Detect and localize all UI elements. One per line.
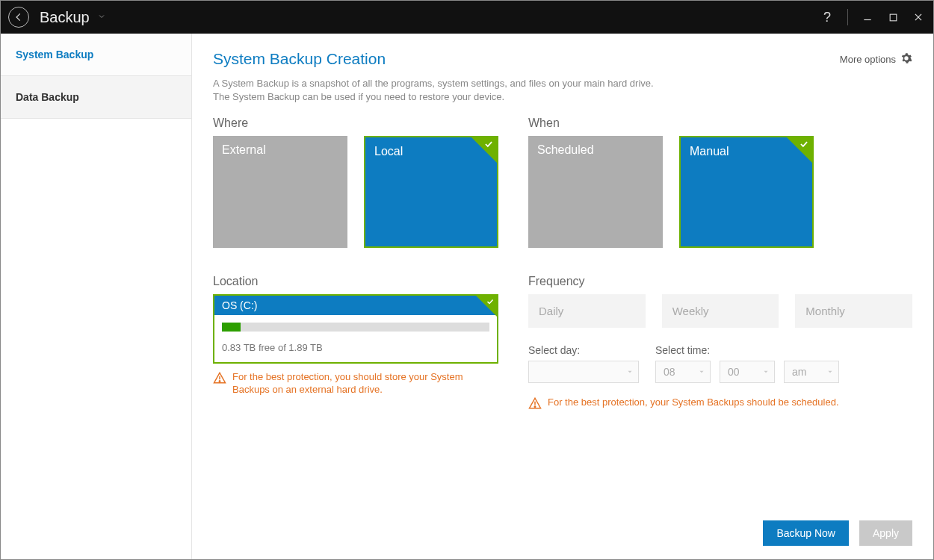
disk-usage-fill bbox=[222, 323, 241, 332]
frequency-option-weekly[interactable]: Weekly bbox=[662, 294, 779, 328]
location-drive-name: OS (C:) bbox=[222, 299, 257, 311]
tile-label: External bbox=[222, 143, 266, 156]
select-day-label: Select day: bbox=[528, 344, 639, 356]
sidebar: System Backup Data Backup bbox=[1, 34, 192, 559]
check-icon bbox=[799, 139, 809, 152]
location-label: Location bbox=[213, 275, 498, 288]
divider bbox=[847, 9, 848, 25]
where-option-local[interactable]: Local bbox=[364, 136, 498, 248]
select-ampm-dropdown[interactable]: am bbox=[784, 361, 839, 383]
app-title: Backup bbox=[40, 9, 90, 26]
sidebar-item-system-backup[interactable]: System Backup bbox=[1, 34, 191, 76]
when-label: When bbox=[528, 116, 814, 130]
location-card[interactable]: OS (C:) 0.83 TB free of 1.89 TB bbox=[213, 294, 498, 364]
frequency-option-monthly[interactable]: Monthly bbox=[795, 294, 912, 328]
select-ampm-value: am bbox=[792, 366, 806, 378]
back-button[interactable] bbox=[8, 7, 29, 28]
chevron-down-icon bbox=[826, 366, 834, 378]
where-option-external[interactable]: External bbox=[213, 136, 347, 248]
gear-icon bbox=[900, 52, 912, 66]
where-label: Where bbox=[213, 116, 498, 130]
check-icon bbox=[483, 139, 494, 152]
description: A System Backup is a snapshot of all the… bbox=[213, 77, 912, 103]
svg-point-5 bbox=[219, 381, 220, 382]
svg-rect-1 bbox=[890, 14, 897, 21]
warning-icon bbox=[528, 396, 542, 412]
frequency-label: Frequency bbox=[528, 275, 912, 288]
page-title: System Backup Creation bbox=[213, 50, 386, 68]
sidebar-item-label: System Backup bbox=[16, 49, 93, 60]
select-minute-dropdown[interactable]: 00 bbox=[720, 361, 775, 383]
when-option-manual[interactable]: Manual bbox=[679, 136, 814, 248]
window-controls: ? bbox=[816, 7, 929, 28]
disk-usage-bar bbox=[222, 323, 489, 332]
tile-label: Scheduled bbox=[537, 143, 594, 156]
chevron-down-icon bbox=[626, 366, 634, 378]
description-line: A System Backup is a snapshot of all the… bbox=[213, 77, 912, 90]
select-time-label: Select time: bbox=[655, 344, 839, 356]
location-drive-header: OS (C:) bbox=[214, 296, 497, 315]
select-hour-dropdown[interactable]: 08 bbox=[655, 361, 711, 383]
main-panel: System Backup Creation More options A Sy… bbox=[192, 34, 933, 559]
schedule-warning: For the best protection, your System Bac… bbox=[528, 396, 912, 412]
footer: Backup Now Apply bbox=[213, 510, 912, 546]
location-warning: For the best protection, you should stor… bbox=[213, 371, 498, 396]
freq-label: Monthly bbox=[805, 305, 845, 317]
more-options-button[interactable]: More options bbox=[840, 52, 912, 66]
warning-text: For the best protection, your System Bac… bbox=[548, 396, 839, 409]
minimize-button[interactable] bbox=[857, 7, 878, 28]
help-button[interactable]: ? bbox=[816, 7, 838, 28]
select-day-dropdown[interactable] bbox=[528, 361, 639, 383]
freq-label: Weekly bbox=[672, 305, 709, 317]
disk-free-text: 0.83 TB free of 1.89 TB bbox=[222, 342, 489, 353]
close-button[interactable] bbox=[908, 7, 929, 28]
description-line: The System Backup can be used if you nee… bbox=[213, 90, 912, 104]
select-hour-value: 08 bbox=[664, 366, 675, 378]
more-options-label: More options bbox=[840, 54, 896, 65]
warning-text: For the best protection, you should stor… bbox=[232, 371, 498, 396]
when-group: When Scheduled Manual bbox=[528, 116, 814, 248]
svg-point-7 bbox=[534, 406, 536, 408]
tile-label: Manual bbox=[690, 145, 729, 158]
button-label: Backup Now bbox=[776, 527, 835, 539]
maximize-button[interactable] bbox=[882, 7, 903, 28]
chevron-down-icon bbox=[698, 366, 705, 378]
check-icon bbox=[486, 296, 495, 308]
sidebar-item-data-backup[interactable]: Data Backup bbox=[1, 76, 191, 119]
sidebar-item-label: Data Backup bbox=[16, 91, 79, 103]
select-minute-value: 00 bbox=[728, 366, 740, 378]
button-label: Apply bbox=[873, 527, 899, 539]
where-group: Where External Local bbox=[213, 116, 498, 248]
tile-label: Local bbox=[374, 145, 403, 158]
titlebar: Backup ? bbox=[1, 1, 933, 34]
backup-now-button[interactable]: Backup Now bbox=[763, 520, 849, 546]
chevron-down-icon bbox=[762, 366, 770, 378]
frequency-option-daily[interactable]: Daily bbox=[528, 294, 646, 328]
warning-icon bbox=[213, 371, 226, 387]
chevron-down-icon[interactable] bbox=[97, 10, 106, 24]
apply-button[interactable]: Apply bbox=[859, 520, 912, 546]
freq-label: Daily bbox=[539, 305, 563, 317]
when-option-scheduled[interactable]: Scheduled bbox=[528, 136, 663, 248]
